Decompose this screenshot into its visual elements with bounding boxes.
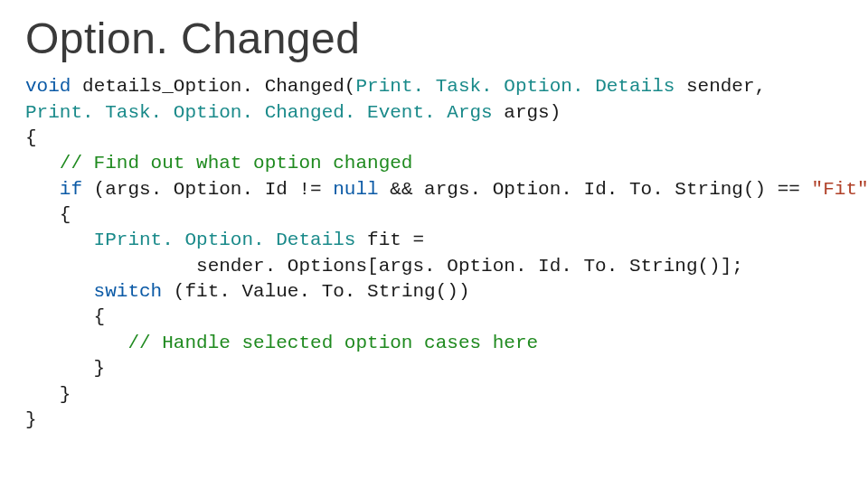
string-literal: "Fit" — [812, 179, 868, 200]
type-name: IPrint. Option. Details — [25, 230, 355, 250]
code-text: fit = — [355, 230, 424, 250]
brace: { — [25, 306, 105, 327]
brace: } — [25, 409, 37, 430]
keyword-void: void — [25, 76, 71, 97]
keyword-if: if — [25, 179, 82, 200]
comment: // Handle selected option cases here — [25, 333, 538, 353]
keyword-switch: switch — [25, 281, 162, 302]
keyword-null: null — [333, 179, 378, 200]
type-name: Print. Task. Option. Details — [355, 76, 675, 97]
code-text: sender. Options[args. Option. Id. To. St… — [25, 256, 743, 277]
slide: Option. Changed void details_Option. Cha… — [0, 0, 868, 433]
code-text: sender, — [675, 76, 766, 97]
code-text: (fit. Value. To. String()) — [162, 281, 469, 302]
code-text: && args. Option. Id. To. String() == — [379, 179, 812, 200]
brace: { — [25, 204, 71, 225]
brace: } — [25, 384, 71, 405]
type-name: Print. Task. Option. Changed. Event. Arg… — [25, 102, 493, 123]
code-text: details_Option. Changed( — [71, 76, 355, 97]
brace: { — [25, 127, 37, 148]
code-text: args) — [493, 102, 561, 123]
brace: } — [25, 358, 105, 379]
code-text: (args. Option. Id != — [82, 179, 333, 200]
comment: // Find out what option changed — [25, 153, 412, 174]
slide-title: Option. Changed — [25, 16, 843, 61]
code-block: void details_Option. Changed(Print. Task… — [25, 74, 843, 433]
